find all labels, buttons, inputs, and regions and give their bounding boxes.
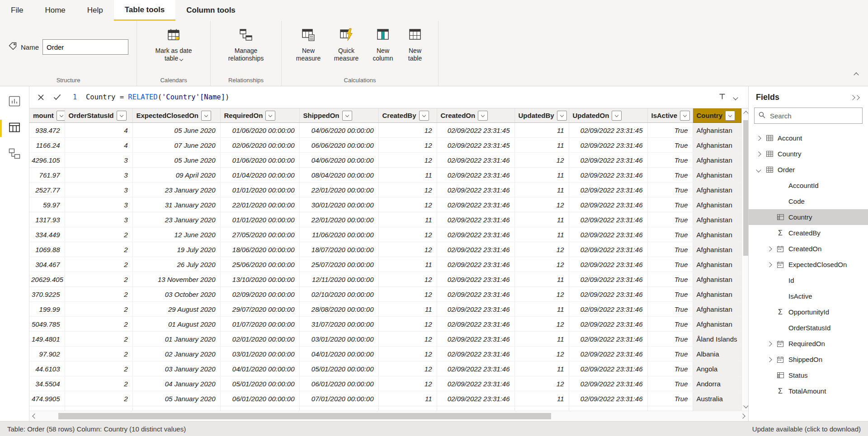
cell[interactable]: 12: [378, 406, 437, 411]
cell[interactable]: 02/09/2022 23:31:46: [437, 153, 514, 168]
cell[interactable]: 11: [514, 391, 569, 406]
cell[interactable]: 02/09/2022 23:31:46: [437, 406, 514, 411]
cell[interactable]: 29 August 2020: [132, 302, 220, 317]
cell[interactable]: 28/08/2020 00:00:00: [299, 302, 378, 317]
cell[interactable]: 25/07/2020 00:00:00: [299, 257, 378, 272]
cell[interactable]: 11: [514, 332, 569, 347]
cell[interactable]: 13 November 2020: [132, 272, 220, 287]
chevron-right-icon[interactable]: [756, 152, 761, 156]
quick-measure-button[interactable]: Quick measure: [327, 26, 366, 65]
cell[interactable]: 02/09/2022 23:31:46: [569, 406, 647, 411]
column-header-mount[interactable]: mount: [29, 108, 65, 123]
cell[interactable]: 08/01/2020 00:00:00: [299, 406, 378, 411]
cell[interactable]: 03 October 2020: [132, 287, 220, 302]
cell[interactable]: Afghanistan: [693, 257, 741, 272]
cell[interactable]: 06 January 2020: [132, 406, 220, 411]
cell[interactable]: 02/09/2022 23:31:46: [569, 138, 647, 153]
scroll-down-arrow[interactable]: [742, 402, 749, 410]
cell[interactable]: 02/09/2022 23:31:46: [437, 361, 514, 376]
collapse-ribbon-button[interactable]: [853, 69, 860, 80]
cell[interactable]: True: [647, 138, 693, 153]
cell[interactable]: Australia: [693, 391, 741, 406]
field-item-totalamount[interactable]: ΣTotalAmount: [749, 383, 868, 399]
cell[interactable]: 02/09/2022 23:31:46: [437, 332, 514, 347]
cell[interactable]: 2: [65, 242, 132, 257]
cell[interactable]: 11: [514, 168, 569, 183]
cell[interactable]: 31 January 2020: [132, 197, 220, 212]
cell[interactable]: 12: [378, 183, 437, 197]
cell[interactable]: 04/06/2020 00:00:00: [299, 153, 378, 168]
cell[interactable]: True: [647, 376, 693, 391]
tab-file[interactable]: File: [0, 0, 34, 21]
filter-dropdown-icon[interactable]: [342, 111, 352, 121]
cell[interactable]: 334.449: [29, 227, 65, 242]
cell[interactable]: Afghanistan: [693, 272, 741, 287]
cell[interactable]: 02/09/2020 00:00:00: [220, 287, 299, 302]
filter-dropdown-icon[interactable]: [612, 111, 622, 121]
cell[interactable]: 12: [378, 138, 437, 153]
cell[interactable]: 1069.88: [29, 242, 65, 257]
formula-bar-filter-icon[interactable]: [719, 93, 726, 102]
field-item-orderstatusid[interactable]: OrderStatusId: [749, 320, 868, 336]
cell[interactable]: Afghanistan: [693, 183, 741, 197]
cell[interactable]: 01/06/2020 00:00:00: [220, 153, 299, 168]
cell[interactable]: 12: [514, 197, 569, 212]
cell[interactable]: 11: [514, 227, 569, 242]
cell[interactable]: 04/06/2020 00:00:00: [299, 123, 378, 138]
cell[interactable]: 05/01/2020 00:00:00: [220, 376, 299, 391]
cell[interactable]: 149.4801: [29, 332, 65, 347]
field-item-accountid[interactable]: AccountId: [749, 178, 868, 193]
cell[interactable]: 5049.785: [29, 317, 65, 332]
cell[interactable]: 31/07/2020 00:00:00: [299, 317, 378, 332]
cell[interactable]: 4: [65, 123, 132, 138]
cell[interactable]: True: [647, 168, 693, 183]
field-item-status[interactable]: Status: [749, 367, 868, 383]
cell[interactable]: 2: [65, 406, 132, 411]
data-view-button[interactable]: [0, 115, 29, 141]
column-header-shippedon[interactable]: ShippedOn: [299, 108, 378, 123]
cell[interactable]: 2: [65, 376, 132, 391]
cell[interactable]: 08/04/2020 00:00:00: [299, 168, 378, 183]
report-view-button[interactable]: [0, 89, 29, 115]
cell[interactable]: 34.5504: [29, 376, 65, 391]
cell[interactable]: 44.6103: [29, 361, 65, 376]
commit-formula-button[interactable]: [53, 94, 61, 100]
cell[interactable]: 2: [65, 317, 132, 332]
cell[interactable]: 1317.93: [29, 212, 65, 227]
cell[interactable]: 02/09/2022 23:31:46: [437, 168, 514, 183]
cell[interactable]: 3: [65, 212, 132, 227]
cell[interactable]: Australia: [693, 406, 741, 411]
cell[interactable]: 12: [378, 317, 437, 332]
cell[interactable]: 938.472: [29, 123, 65, 138]
field-item-createdon[interactable]: CreatedOn: [749, 241, 868, 257]
cell[interactable]: 23 January 2020: [132, 212, 220, 227]
cell[interactable]: 04/01/2020 00:00:00: [299, 347, 378, 361]
cell[interactable]: 02/09/2022 23:31:46: [569, 272, 647, 287]
cell[interactable]: 30/01/2020 00:00:00: [299, 197, 378, 212]
chevron-right-icon[interactable]: [767, 247, 772, 251]
cell[interactable]: 01 January 2020: [132, 332, 220, 347]
cell[interactable]: 02/09/2022 23:31:46: [437, 257, 514, 272]
cell[interactable]: 501.866: [29, 406, 65, 411]
cell[interactable]: 01/07/2020 00:00:00: [220, 317, 299, 332]
cell[interactable]: 02/09/2022 23:31:46: [569, 391, 647, 406]
cell[interactable]: 02 January 2020: [132, 347, 220, 361]
cell[interactable]: 19 July 2020: [132, 242, 220, 257]
field-item-account[interactable]: Account: [749, 130, 868, 146]
field-item-shippedon[interactable]: ShippedOn: [749, 352, 868, 367]
cell[interactable]: 11: [514, 361, 569, 376]
cell[interactable]: Afghanistan: [693, 302, 741, 317]
cell[interactable]: Afghanistan: [693, 123, 741, 138]
cell[interactable]: 22/01/2020 00:00:00: [220, 197, 299, 212]
cell[interactable]: 12: [514, 287, 569, 302]
cell[interactable]: 12: [378, 153, 437, 168]
chevron-right-icon[interactable]: [767, 342, 772, 346]
cell[interactable]: 02/09/2022 23:31:46: [437, 317, 514, 332]
filter-dropdown-icon[interactable]: [117, 111, 127, 121]
cell[interactable]: 12: [378, 347, 437, 361]
cell[interactable]: 3: [65, 183, 132, 197]
cell[interactable]: 01/04/2020 00:00:00: [220, 168, 299, 183]
field-item-opportunityid[interactable]: ΣOpportunityId: [749, 304, 868, 320]
column-header-updatedby[interactable]: UpdatedBy: [514, 108, 569, 123]
field-item-createdby[interactable]: ΣCreatedBy: [749, 225, 868, 241]
